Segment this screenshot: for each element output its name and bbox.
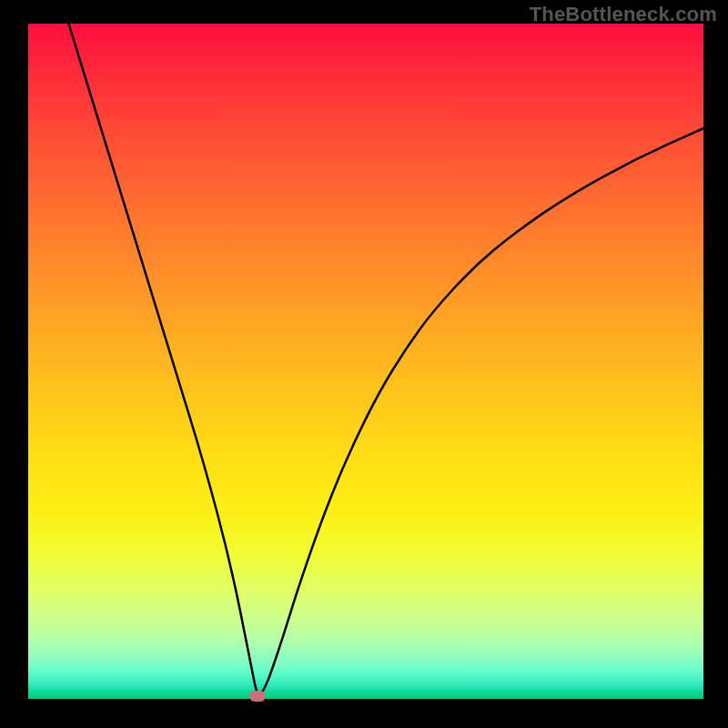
chart-frame: TheBottleneck.com — [0, 0, 728, 728]
watermark-text: TheBottleneck.com — [530, 3, 717, 26]
minimum-marker — [249, 691, 266, 702]
plot-area — [28, 24, 703, 699]
bottleneck-curve — [28, 24, 703, 699]
